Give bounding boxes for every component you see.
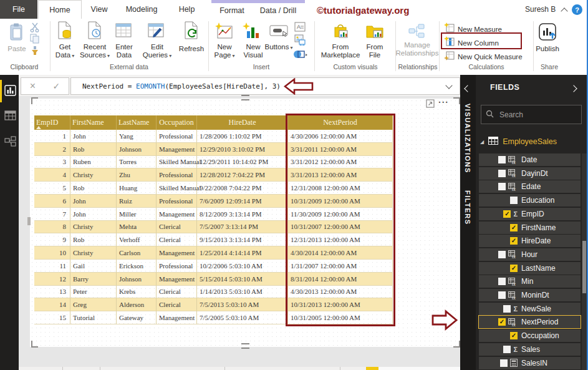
enter-data-button[interactable]: [115, 22, 132, 41]
image-icon[interactable]: [294, 34, 306, 48]
column-header-firstname[interactable]: FirstName: [70, 115, 117, 130]
shapes-icon[interactable]: [293, 49, 308, 62]
model-view-icon[interactable]: [4, 136, 16, 149]
fields-scrollbar[interactable]: [582, 153, 587, 370]
help-icon[interactable]: ?: [572, 4, 582, 15]
sort-ascending-icon: [36, 126, 41, 129]
selection-handle[interactable]: [241, 95, 249, 100]
field-checkbox[interactable]: [498, 251, 506, 258]
tab-data-drill[interactable]: Data / Drill: [253, 2, 303, 19]
field-row-education[interactable]: Education: [479, 194, 581, 207]
tab-file[interactable]: File: [0, 0, 37, 19]
field-row-sales[interactable]: ΣSales: [479, 343, 581, 356]
field-row-date[interactable]: fxDate: [479, 153, 581, 166]
from-marketplace-button[interactable]: [331, 22, 350, 42]
field-checkbox[interactable]: [498, 156, 506, 163]
manage-relationships-button[interactable]: [408, 24, 426, 41]
report-view-icon[interactable]: [4, 85, 16, 99]
from-file-button[interactable]: [365, 22, 384, 42]
tab-modeling[interactable]: Modeling: [120, 0, 163, 19]
field-checkbox[interactable]: [498, 183, 506, 190]
field-checkbox[interactable]: [498, 170, 506, 177]
paste-button[interactable]: [7, 22, 25, 44]
fields-search[interactable]: [481, 105, 582, 124]
dataset-row[interactable]: ◢ EmployeeSales: [480, 136, 557, 147]
field-checkbox[interactable]: [503, 305, 511, 313]
field-row-occupation[interactable]: ✓Occupation: [479, 329, 581, 342]
column-header-nextperiod[interactable]: NextPeriod: [288, 115, 393, 130]
cut-icon[interactable]: [30, 22, 40, 35]
buttons-button[interactable]: [269, 25, 288, 41]
accept-formula-icon[interactable]: ✓: [53, 81, 60, 91]
field-checkbox[interactable]: [498, 278, 506, 285]
field-checkbox[interactable]: [500, 359, 508, 367]
field-row-min[interactable]: fxMin: [479, 275, 581, 288]
selection-handle[interactable]: [31, 97, 38, 104]
filters-pane-tab[interactable]: FILTERS: [464, 190, 471, 225]
signed-in-user[interactable]: Suresh B: [525, 5, 556, 14]
focus-mode-icon[interactable]: [426, 99, 435, 110]
selection-handle[interactable]: [241, 343, 249, 349]
field-checkbox[interactable]: ✓: [510, 224, 518, 231]
expand-table-icon[interactable]: ◢: [480, 139, 484, 145]
field-row-empid[interactable]: ✓ΣEmpID: [479, 208, 581, 220]
search-input[interactable]: [498, 110, 576, 120]
selection-handle[interactable]: [453, 97, 460, 104]
dropdown-caret-icon: ▾: [169, 53, 171, 59]
table-cell: Huang: [117, 182, 157, 195]
field-checkbox[interactable]: ✓: [498, 318, 506, 326]
column-header-occupation[interactable]: Occupation: [157, 115, 197, 130]
selection-handle[interactable]: [27, 217, 31, 225]
more-options-icon[interactable]: ···: [438, 97, 449, 107]
visualizations-pane-tab[interactable]: VISUALIZATIONS: [464, 104, 471, 173]
field-row-newsale[interactable]: ΣNewSale: [479, 303, 581, 315]
field-row-lastname[interactable]: ✓LastName: [479, 262, 581, 275]
field-checkbox[interactable]: [498, 291, 506, 299]
copy-icon[interactable]: [30, 34, 40, 46]
field-row-edate[interactable]: fxEdate: [479, 180, 581, 193]
field-checkbox[interactable]: ✓: [503, 210, 511, 218]
new-quick-measure-button[interactable]: New Quick Measure: [444, 50, 523, 63]
publish-button[interactable]: [537, 22, 557, 44]
field-checkbox[interactable]: ✓: [510, 332, 518, 339]
field-row-firstname[interactable]: ✓FirstName: [479, 222, 581, 234]
get-data-button[interactable]: [56, 21, 74, 42]
recent-sources-button[interactable]: [86, 21, 104, 42]
tab-view[interactable]: View: [84, 0, 115, 19]
field-checkbox[interactable]: [510, 197, 518, 204]
selection-handle[interactable]: [31, 341, 38, 348]
column-header-empid[interactable]: EmpID: [34, 115, 70, 130]
refresh-button[interactable]: [183, 21, 200, 42]
tab-home[interactable]: Home: [38, 0, 82, 19]
field-row-nextperiod[interactable]: ✓fxNextPeriod: [479, 316, 581, 328]
active-view-indicator: [0, 80, 2, 102]
field-checkbox[interactable]: ✓: [510, 237, 518, 245]
new-column-button[interactable]: New Column: [444, 36, 499, 49]
new-measure-button[interactable]: New Measure: [444, 22, 502, 36]
table-cell: John: [70, 208, 117, 221]
field-row-hiredate[interactable]: ✓HireDate: [479, 235, 581, 247]
new-page-button[interactable]: [214, 22, 233, 42]
tab-help[interactable]: Help: [170, 0, 204, 19]
text-box-icon[interactable]: A: [294, 22, 306, 34]
collapse-ribbon-icon[interactable]: [561, 7, 567, 14]
field-checkbox[interactable]: [503, 346, 511, 353]
edit-queries-button[interactable]: [147, 22, 165, 41]
format-painter-icon[interactable]: [30, 46, 40, 58]
cancel-formula-icon[interactable]: ×: [30, 80, 36, 92]
column-header-lastname[interactable]: LastName: [117, 115, 157, 130]
data-view-icon[interactable]: [4, 110, 16, 123]
tab-format[interactable]: Format: [214, 2, 250, 19]
field-row-monindt[interactable]: fxMoninDt: [479, 289, 581, 301]
field-row-salesin[interactable]: SalesIN: [479, 357, 581, 369]
new-visual-icon: [242, 31, 261, 42]
field-checkbox[interactable]: ✓: [510, 265, 518, 272]
svg-text:fx: fx: [512, 321, 516, 326]
field-row-hour[interactable]: fxHour: [479, 248, 581, 261]
field-row-dayindt[interactable]: fxDayinDt: [479, 167, 581, 180]
new-visual-button[interactable]: [242, 22, 261, 42]
column-header-hiredate[interactable]: HireDate: [197, 115, 288, 130]
formula-input[interactable]: NextPeriod = EOMONTH(EmployeeSales[HireD…: [70, 77, 460, 95]
selection-handle[interactable]: [453, 341, 460, 348]
scrollbar-thumb[interactable]: [582, 241, 586, 293]
